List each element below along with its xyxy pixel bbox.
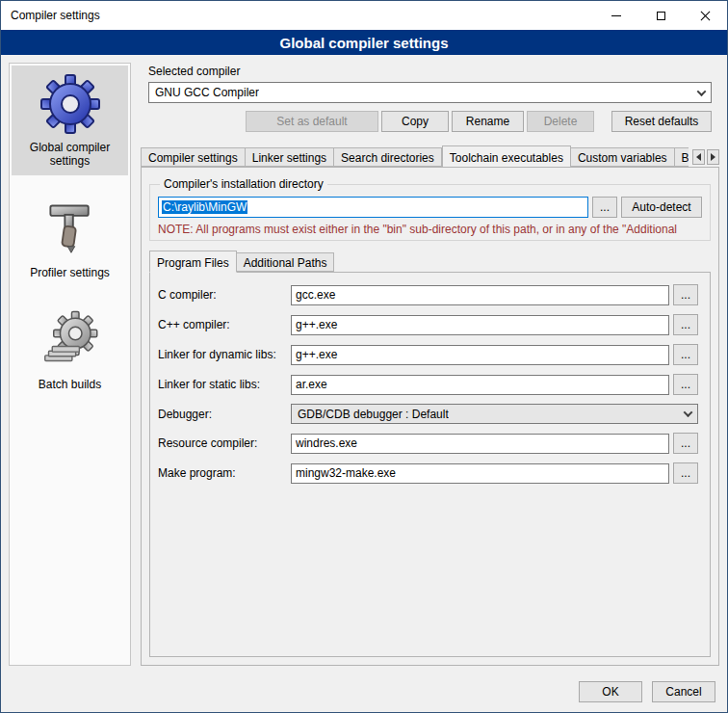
tab-compiler-settings[interactable]: Compiler settings [141, 147, 246, 167]
cpp-compiler-label: C++ compiler: [158, 318, 291, 331]
tab-program-files[interactable]: Program Files [149, 251, 237, 273]
linker-dynamic-label: Linker for dynamic libs: [158, 348, 291, 361]
settings-tabstrip: Compiler settings Linker settings Search… [141, 145, 719, 167]
arrow-right-icon [711, 153, 715, 161]
copy-button[interactable]: Copy [381, 111, 449, 132]
close-button[interactable] [683, 1, 727, 30]
debugger-value: GDB/CDB debugger : Default [298, 408, 449, 421]
delete-button[interactable]: Delete [527, 111, 594, 132]
tab-build-options[interactable]: Buil [675, 147, 689, 167]
set-as-default-button[interactable]: Set as default [246, 111, 378, 132]
chevron-down-icon [697, 87, 707, 96]
compiler-settings-window: Compiler settings Global compiler settin… [0, 0, 728, 713]
make-program-input[interactable] [291, 463, 669, 484]
install-dir-selected-text: C:\raylib\MinGW [162, 200, 247, 214]
browse-button[interactable]: ... [673, 314, 698, 335]
window-controls [594, 1, 727, 30]
tab-scroll-left-button[interactable] [692, 149, 705, 165]
linker-static-label: Linker for static libs: [158, 378, 291, 391]
sidebar-item-global-compiler-settings[interactable]: Global compiler settings [12, 66, 128, 175]
sidebar-item-label: Batch builds [13, 378, 126, 391]
installation-directory-group-title: Compiler's installation directory [160, 177, 327, 191]
page-title: Global compiler settings [1, 30, 727, 55]
debugger-row: Debugger: GDB/CDB debugger : Default [158, 404, 698, 424]
arrow-left-icon [696, 153, 701, 161]
gray-gear-stack-icon [39, 310, 101, 372]
minimize-button[interactable] [594, 1, 638, 30]
make-program-row: Make program: ... [158, 462, 698, 484]
main-panel: Selected compiler GNU GCC Compiler Set a… [141, 63, 719, 666]
resource-compiler-row: Resource compiler: ... [158, 433, 698, 454]
selected-compiler-label: Selected compiler [148, 65, 712, 78]
install-dir-input[interactable]: C:\raylib\MinGW [158, 197, 588, 218]
browse-button[interactable]: ... [592, 197, 617, 218]
sidebar-item-label: Global compiler settings [13, 141, 126, 168]
selected-compiler-dropdown[interactable]: GNU GCC Compiler [148, 82, 712, 103]
browse-button[interactable]: ... [673, 344, 698, 365]
compiler-buttons-row: Set as default Copy Rename Delete Reset … [141, 111, 719, 132]
make-program-label: Make program: [158, 466, 291, 480]
selected-compiler-section: Selected compiler GNU GCC Compiler [141, 63, 719, 103]
resource-compiler-input[interactable] [291, 434, 669, 454]
browse-button[interactable]: ... [673, 374, 698, 395]
minimize-icon [611, 15, 621, 16]
tab-toolchain-executables[interactable]: Toolchain executables [442, 145, 571, 167]
toolchain-executables-panel: Compiler's installation directory C:\ray… [141, 167, 719, 666]
tab-scroll-buttons [692, 149, 719, 165]
browse-button[interactable]: ... [673, 284, 698, 305]
installation-directory-group: Compiler's installation directory C:\ray… [149, 177, 711, 241]
browse-button[interactable]: ... [673, 433, 698, 454]
rename-button[interactable]: Rename [452, 111, 524, 132]
sidebar-item-label: Profiler settings [13, 266, 126, 279]
linker-dynamic-row: Linker for dynamic libs: ... [158, 344, 698, 365]
c-compiler-label: C compiler: [158, 288, 291, 302]
tab-additional-paths[interactable]: Additional Paths [237, 252, 335, 272]
sidebar: Global compiler settings [9, 63, 131, 666]
linker-static-input[interactable] [291, 375, 669, 395]
resource-compiler-label: Resource compiler: [158, 436, 291, 450]
browse-button[interactable]: ... [673, 462, 698, 484]
maximize-button[interactable] [638, 1, 683, 30]
blue-gear-icon [39, 73, 101, 135]
reset-defaults-button[interactable]: Reset defaults [611, 111, 712, 132]
sidebar-item-batch-builds[interactable]: Batch builds [12, 303, 128, 399]
program-files-panel: C compiler: ... C++ compiler: ... Linker… [149, 272, 711, 657]
c-compiler-input[interactable] [291, 285, 669, 305]
dialog-content: Global compiler settings [1, 55, 727, 672]
titlebar: Compiler settings [1, 1, 727, 30]
dialog-footer: OK Cancel [1, 672, 727, 712]
linker-dynamic-input[interactable] [291, 345, 669, 365]
sidebar-item-profiler-settings[interactable]: Profiler settings [12, 191, 128, 287]
auto-detect-button[interactable]: Auto-detect [621, 197, 702, 218]
c-compiler-row: C compiler: ... [158, 284, 698, 305]
close-icon [700, 11, 711, 21]
profiler-tool-icon [39, 198, 101, 260]
tab-search-directories[interactable]: Search directories [334, 147, 442, 167]
window-title: Compiler settings [1, 9, 100, 22]
installation-directory-row: C:\raylib\MinGW ... Auto-detect [158, 197, 702, 218]
cancel-button[interactable]: Cancel [652, 681, 715, 702]
ok-button[interactable]: OK [579, 681, 642, 702]
bin-subdirectory-note: NOTE: All programs must exist either in … [158, 223, 702, 236]
selected-compiler-value: GNU GCC Compiler [155, 86, 259, 99]
tab-custom-variables[interactable]: Custom variables [571, 147, 675, 167]
cpp-compiler-row: C++ compiler: ... [158, 314, 698, 335]
tabs-scroll-area: Compiler settings Linker settings Search… [141, 145, 689, 167]
cpp-compiler-input[interactable] [291, 315, 669, 335]
chevron-down-icon [684, 408, 693, 417]
debugger-dropdown[interactable]: GDB/CDB debugger : Default [291, 404, 698, 424]
program-files-tabstrip: Program Files Additional Paths [149, 251, 711, 272]
maximize-icon [657, 12, 665, 20]
linker-static-row: Linker for static libs: ... [158, 374, 698, 395]
debugger-label: Debugger: [158, 408, 291, 421]
tab-scroll-right-button[interactable] [707, 149, 719, 165]
tab-linker-settings[interactable]: Linker settings [246, 147, 334, 167]
